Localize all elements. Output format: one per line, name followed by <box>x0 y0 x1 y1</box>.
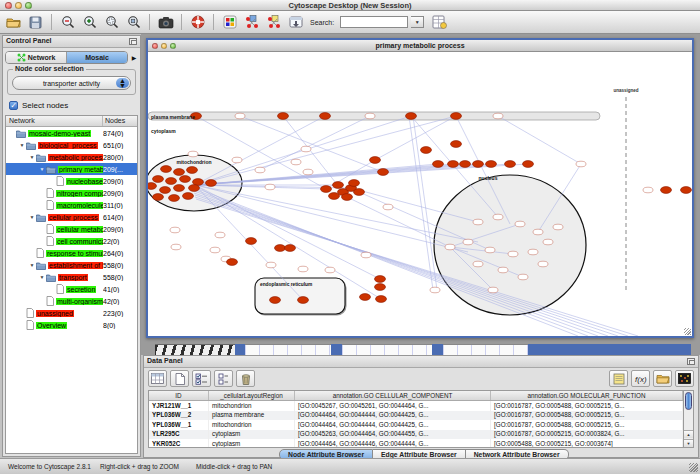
node-unselected[interactable] <box>485 247 495 253</box>
tree-row[interactable]: ▼cellular process614(0) <box>6 211 137 223</box>
network-import-button[interactable] <box>242 13 261 31</box>
node-selected[interactable] <box>451 113 462 120</box>
node-selected[interactable] <box>433 161 444 168</box>
edge[interactable] <box>498 116 581 164</box>
node-selected[interactable] <box>451 141 462 148</box>
node-selected[interactable] <box>523 161 534 168</box>
tree-row[interactable]: ▼primary metabo209(... <box>6 163 137 175</box>
window-resize-grip[interactable] <box>689 463 698 472</box>
zoom-out-button[interactable] <box>58 13 77 31</box>
unselect-attributes-button[interactable] <box>214 370 233 387</box>
node-selected[interactable] <box>153 176 164 183</box>
node-unselected[interactable] <box>265 184 275 190</box>
node-selected[interactable] <box>378 169 389 176</box>
tree-row[interactable]: mosaic-demo-yeast874(0) <box>6 127 137 139</box>
scroll-down-button[interactable]: ▼ <box>684 439 693 447</box>
node-selected[interactable] <box>448 161 459 168</box>
edge[interactable] <box>195 185 380 279</box>
node-selected[interactable] <box>183 193 194 200</box>
matrix-view-button[interactable] <box>675 370 694 387</box>
node-unselected[interactable] <box>210 247 220 253</box>
node-unselected[interactable] <box>298 266 308 272</box>
edge[interactable] <box>347 197 450 247</box>
network-new-button[interactable] <box>264 13 283 31</box>
tree-row[interactable]: ▼metabolic process280(0) <box>6 151 137 163</box>
tree-col-nodes[interactable]: Nodes <box>103 116 137 126</box>
new-attribute-button[interactable] <box>170 370 189 387</box>
node-selected[interactable] <box>278 113 289 120</box>
save-session-button[interactable] <box>26 13 45 31</box>
node-unselected[interactable] <box>266 262 276 268</box>
zoom-selected-button[interactable] <box>102 13 121 31</box>
node-unselected[interactable] <box>538 261 548 267</box>
node-unselected[interactable] <box>255 167 265 173</box>
node-unselected[interactable] <box>508 251 518 257</box>
col-region[interactable]: _cellularLayoutRegion <box>209 391 295 400</box>
node-unselected[interactable] <box>365 113 375 119</box>
expander-icon[interactable]: ▼ <box>28 262 36 268</box>
node-unselected[interactable] <box>325 267 335 273</box>
node-selected[interactable] <box>333 182 344 189</box>
open-session-button[interactable] <box>4 13 23 31</box>
node-selected[interactable] <box>486 161 497 168</box>
background-window-fragment[interactable] <box>155 344 235 355</box>
node-selected[interactable] <box>174 169 185 176</box>
node-selected[interactable] <box>148 183 157 190</box>
node-unselected[interactable] <box>430 287 440 293</box>
node-unselected[interactable] <box>518 274 528 280</box>
col-id[interactable]: ID <box>149 391 209 400</box>
node-selected[interactable] <box>246 238 257 245</box>
node-selected[interactable] <box>505 161 516 168</box>
tree-row[interactable]: ▼establishment of lo558(0) <box>6 259 137 271</box>
node-selected[interactable] <box>661 187 672 194</box>
table-row[interactable]: YPL036W__1mitochondrion[GO:0044464, GO:0… <box>149 420 683 430</box>
tree-row[interactable]: cellular metabo209(0) <box>6 223 137 235</box>
node-unselected[interactable] <box>170 227 180 233</box>
node-selected[interactable] <box>160 187 171 194</box>
node-unselected[interactable] <box>576 161 586 167</box>
node-unselected[interactable] <box>498 267 508 273</box>
node-selected[interactable] <box>354 189 365 196</box>
node-unselected[interactable] <box>553 224 563 230</box>
vizmapper-button[interactable] <box>430 13 449 31</box>
node-selected[interactable] <box>174 185 185 192</box>
node-selected[interactable] <box>275 245 286 252</box>
select-nodes-checkbox[interactable]: ✓ <box>9 101 18 110</box>
expander-icon[interactable]: ▼ <box>38 166 46 172</box>
tab-mosaic[interactable]: Mosaic <box>66 52 127 63</box>
select-all-attributes-button[interactable] <box>192 370 211 387</box>
node-unselected[interactable] <box>301 146 311 152</box>
node-unselected[interactable] <box>493 214 503 220</box>
float-panel-icon[interactable] <box>687 358 695 365</box>
node-unselected[interactable] <box>533 229 543 235</box>
table-row[interactable]: YKR052Ccytoplasm[GO:0044464, GO:0044446,… <box>149 439 683 448</box>
tab-network[interactable]: Network <box>6 52 66 63</box>
import-attributes-button[interactable] <box>653 370 672 387</box>
node-selected[interactable] <box>161 166 172 173</box>
tree-row[interactable]: Overview8(0) <box>6 319 137 331</box>
background-window-fragment[interactable] <box>342 344 432 355</box>
attribute-editor-button[interactable] <box>609 370 628 387</box>
search-dropdown-button[interactable]: ▼ <box>411 16 424 28</box>
tree-row[interactable]: unassigned223(0) <box>6 307 137 319</box>
node-selected[interactable] <box>270 297 281 304</box>
node-unselected[interactable] <box>171 244 181 250</box>
node-selected[interactable] <box>153 194 164 201</box>
expander-icon[interactable]: ▼ <box>38 274 46 280</box>
node-selected[interactable] <box>473 161 484 168</box>
node-selected[interactable] <box>375 276 386 283</box>
zoom-in-button[interactable] <box>80 13 99 31</box>
node-selected[interactable] <box>375 284 386 291</box>
node-unselected[interactable] <box>515 221 525 227</box>
node-selected[interactable] <box>285 245 296 252</box>
node-selected[interactable] <box>169 195 180 202</box>
node-selected[interactable] <box>298 297 309 304</box>
edge[interactable] <box>375 116 456 160</box>
node-selected[interactable] <box>320 113 331 120</box>
node-selected[interactable] <box>681 187 692 194</box>
node-unselected[interactable] <box>488 287 498 293</box>
float-panel-icon[interactable] <box>129 38 137 45</box>
tree-row[interactable]: nucleobase-209(0) <box>6 175 137 187</box>
background-window-fragment[interactable] <box>443 344 528 355</box>
table-scrollbar[interactable]: ▲ ▼ <box>683 390 694 448</box>
